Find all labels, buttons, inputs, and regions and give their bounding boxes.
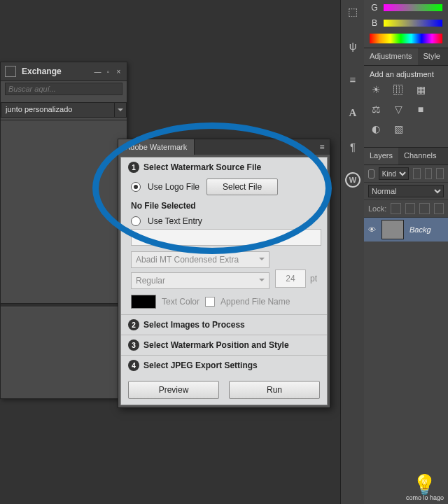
step3-title: Select Watermark Position and Style [144, 340, 289, 350]
layer-thumbnail[interactable] [382, 220, 404, 239]
size-input[interactable] [275, 270, 306, 288]
color-swatch[interactable] [131, 295, 156, 309]
layers-tabs: Layers Channels [364, 147, 448, 165]
channel-g-slider[interactable] [384, 4, 442, 11]
visibility-icon[interactable]: 👁 [368, 225, 376, 234]
step4-section[interactable]: 4Select JPEG Export Settings [121, 356, 327, 375]
minimize-icon[interactable]: — [94, 68, 102, 76]
append-label: Append File Name [220, 297, 290, 307]
use-logo-radio[interactable] [131, 182, 141, 192]
color-row: Text Color Append File Name [131, 295, 320, 309]
watermark-tool-icon[interactable]: W [345, 172, 360, 188]
layers-filter-row: Kind [364, 165, 448, 183]
filter-pixel-icon[interactable] [413, 168, 421, 179]
exchange-dropdown[interactable]: junto personalizado [1, 102, 127, 118]
watermark-buttons: Preview Run [121, 375, 327, 405]
lock-pos-icon[interactable] [419, 203, 429, 214]
layer-name: Backg [410, 225, 431, 234]
blend-select[interactable]: Normal [368, 185, 444, 197]
step4-title: Select JPEG Export Settings [144, 360, 258, 370]
filter-icon[interactable] [368, 169, 374, 178]
select-file-button[interactable]: Select File [206, 178, 278, 195]
hue-strip[interactable] [370, 34, 442, 43]
panel-menu-icon[interactable]: ≡ [314, 142, 330, 152]
brush-icon[interactable]: ψ [345, 38, 360, 53]
watermark-logo: 💡 como lo hago [406, 475, 444, 501]
tab-channels[interactable]: Channels [398, 148, 442, 164]
layer-row[interactable]: 👁 Backg [364, 218, 448, 241]
step1-section: 1Select Watermark Source File Use Logo F… [121, 158, 327, 315]
channel-b-label: B [370, 18, 379, 28]
step2-title: Select Images to Process [144, 320, 245, 330]
lock-trans-icon[interactable] [391, 203, 400, 214]
run-button[interactable]: Run [229, 381, 320, 399]
pt-label: pt [310, 274, 317, 284]
preview-button[interactable]: Preview [128, 381, 219, 399]
colorbalance-icon[interactable]: ◐ [370, 123, 382, 134]
bw-icon[interactable]: ▧ [392, 123, 405, 134]
tab-adjustments[interactable]: Adjustments [364, 48, 418, 65]
channel-b-slider[interactable] [384, 20, 442, 27]
weight-select[interactable]: Regular [131, 272, 270, 289]
chevron-down-icon [115, 102, 127, 118]
watermark-tabbar: Adobe Watermark ≡ [118, 139, 330, 155]
append-checkbox[interactable] [205, 297, 215, 307]
filter-adj-icon[interactable] [425, 168, 433, 179]
hue-icon[interactable]: ■ [414, 104, 427, 115]
step2-badge: 2 [128, 319, 139, 330]
exchange-search [1, 81, 127, 99]
levels-icon[interactable]: ⿲ [392, 84, 405, 95]
kind-select[interactable]: Kind [379, 167, 409, 180]
blend-row: Normal [364, 183, 448, 200]
vibrance-icon[interactable]: ▽ [392, 104, 405, 115]
bulb-icon: 💡 [406, 475, 444, 495]
step4-badge: 4 [128, 360, 139, 371]
font-select[interactable]: Abadi MT Condensed Extra [131, 251, 270, 268]
curves-icon[interactable]: ▦ [414, 84, 427, 95]
layers-body: Kind Normal Lock: 👁 Backg [364, 165, 448, 241]
step1-badge: 1 [128, 162, 139, 173]
exchange-titlebar: Exchange — ▫ × [1, 62, 127, 81]
lock-row: Lock: [364, 200, 448, 218]
tab-styles[interactable]: Style [418, 48, 446, 65]
text-entry-input[interactable] [131, 229, 321, 246]
paragraph-icon[interactable]: ¶ [345, 139, 360, 154]
adjustments-body: Add an adjustment ☀ ⿲ ▦ ⚖ ▽ ■ ◐ ▧ [364, 66, 448, 141]
use-logo-row: Use Logo File Select File [131, 178, 320, 195]
exposure-icon[interactable]: ⚖ [370, 104, 382, 115]
step3-section[interactable]: 3Select Watermark Position and Style [121, 335, 327, 356]
close-icon[interactable]: × [115, 68, 122, 76]
exchange-dropdown-label: junto personalizado [1, 102, 115, 118]
file-status: No File Selected [131, 201, 320, 211]
watermark-inner: 1Select Watermark Source File Use Logo F… [120, 157, 328, 405]
watermark-panel: Adobe Watermark ≡ 1Select Watermark Sour… [118, 139, 330, 408]
filter-type-icon[interactable] [436, 168, 444, 179]
textcolor-label: Text Color [162, 297, 200, 307]
channel-g-row: G [364, 0, 448, 15]
type-icon[interactable]: A [345, 105, 360, 120]
lock-all-icon[interactable] [434, 203, 444, 214]
adjustments-heading: Add an adjustment [370, 70, 442, 78]
search-input[interactable] [5, 83, 122, 95]
channel-b-row: B [364, 15, 448, 31]
collapse-icon[interactable]: ▫ [104, 68, 112, 76]
brightness-icon[interactable]: ☀ [370, 84, 382, 95]
lock-pixel-icon[interactable] [405, 203, 415, 214]
exchange-icon [5, 66, 16, 77]
exchange-splitter[interactable] [1, 303, 127, 307]
exchange-title: Exchange [22, 66, 88, 76]
use-text-radio[interactable] [131, 216, 141, 226]
right-side: G B Adjustments Style Add an adjustment … [364, 0, 448, 504]
step3-badge: 3 [128, 340, 139, 351]
font-value: Abadi MT Condensed Extra [136, 255, 239, 265]
step2-section[interactable]: 2Select Images to Process [121, 315, 327, 335]
tab-layers[interactable]: Layers [364, 148, 398, 164]
tool-column: ⬚ ψ ≡ A ¶ W [340, 0, 365, 504]
weight-value: Regular [136, 276, 165, 286]
use-logo-label: Use Logo File [148, 182, 200, 192]
swatches-icon[interactable]: ≡ [345, 71, 360, 87]
cube-icon[interactable]: ⬚ [345, 4, 360, 20]
step1-title: Select Watermark Source File [144, 162, 261, 172]
watermark-tab[interactable]: Adobe Watermark [118, 139, 195, 155]
channel-g-label: G [370, 3, 379, 13]
